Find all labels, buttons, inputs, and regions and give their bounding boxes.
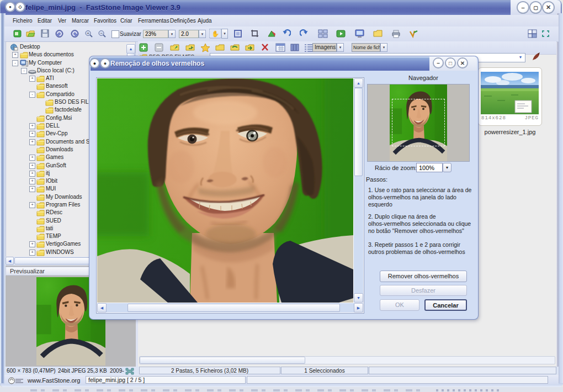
svg-text:✋: ✋ [211, 30, 219, 38]
svg-text:+: + [87, 31, 89, 35]
svg-text:−: − [100, 31, 102, 35]
